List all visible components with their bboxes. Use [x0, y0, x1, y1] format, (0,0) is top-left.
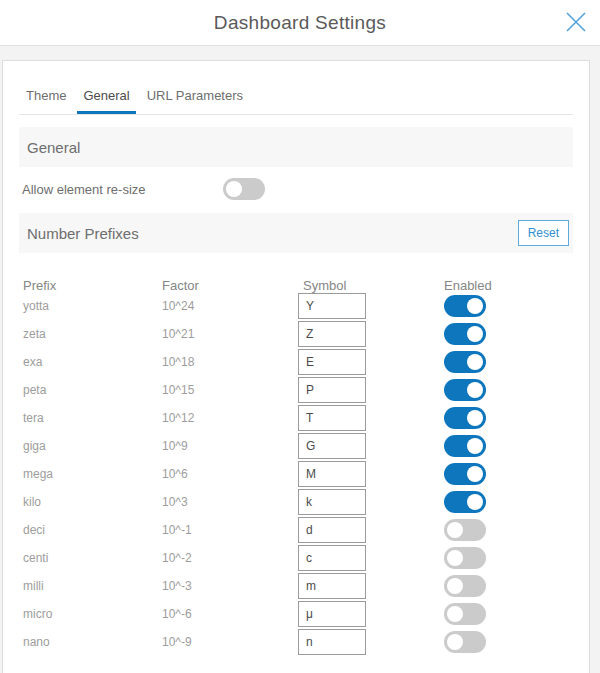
enabled-toggle[interactable] — [444, 491, 486, 513]
table-row: deci 10^-1 — [19, 517, 573, 545]
dialog-title: Dashboard Settings — [0, 0, 600, 45]
prefix-cell: exa — [23, 349, 162, 375]
symbol-input[interactable] — [298, 489, 366, 515]
table-row: yotta 10^24 — [19, 293, 573, 321]
factor-cell: 10^18 — [162, 349, 298, 375]
table-row: mega 10^6 — [19, 461, 573, 489]
prefix-cell: peta — [23, 377, 162, 403]
prefix-cell: yotta — [23, 293, 162, 319]
close-icon — [565, 11, 587, 33]
table-row: zeta 10^21 — [19, 321, 573, 349]
general-section-title: General — [27, 139, 80, 156]
factor-cell: 10^6 — [162, 461, 298, 487]
prefix-cell: giga — [23, 433, 162, 459]
enabled-toggle[interactable] — [444, 603, 486, 625]
factor-cell: 10^9 — [162, 433, 298, 459]
symbol-input[interactable] — [298, 601, 366, 627]
enabled-toggle[interactable] — [444, 631, 486, 653]
table-row: exa 10^18 — [19, 349, 573, 377]
number-prefixes-section-title: Number Prefixes — [27, 225, 139, 242]
prefix-cell: zeta — [23, 321, 162, 347]
settings-panel: Theme General URL Parameters General All… — [2, 60, 590, 673]
prefix-table-header: Prefix Factor Symbol Enabled — [19, 278, 573, 293]
allow-resize-label: Allow element re-size — [22, 182, 223, 197]
factor-cell: 10^15 — [162, 377, 298, 403]
enabled-toggle[interactable] — [444, 351, 486, 373]
enabled-toggle[interactable] — [444, 379, 486, 401]
table-row: centi 10^-2 — [19, 545, 573, 573]
enabled-toggle[interactable] — [444, 323, 486, 345]
prefix-cell: milli — [23, 573, 162, 599]
prefix-cell: nano — [23, 629, 162, 655]
enabled-toggle[interactable] — [444, 295, 486, 317]
symbol-input[interactable] — [298, 377, 366, 403]
prefix-cell: micro — [23, 601, 162, 627]
factor-cell: 10^12 — [162, 405, 298, 431]
prefix-cell: centi — [23, 545, 162, 571]
table-row: nano 10^-9 — [19, 629, 573, 657]
number-prefixes-section-header: Number Prefixes Reset — [19, 213, 573, 253]
table-row: micro 10^-6 — [19, 601, 573, 629]
factor-cell: 10^-9 — [162, 629, 298, 655]
symbol-input[interactable] — [298, 405, 366, 431]
table-row: milli 10^-3 — [19, 573, 573, 601]
factor-cell: 10^21 — [162, 321, 298, 347]
factor-cell: 10^-2 — [162, 545, 298, 571]
enabled-toggle[interactable] — [444, 407, 486, 429]
column-header-factor: Factor — [162, 278, 298, 293]
symbol-input[interactable] — [298, 293, 366, 319]
allow-resize-toggle[interactable] — [223, 178, 265, 200]
tab-url-parameters[interactable]: URL Parameters — [141, 87, 249, 114]
symbol-input[interactable] — [298, 517, 366, 543]
factor-cell: 10^-6 — [162, 601, 298, 627]
prefix-cell: mega — [23, 461, 162, 487]
column-header-symbol: Symbol — [298, 278, 444, 293]
table-row: tera 10^12 — [19, 405, 573, 433]
prefix-cell: kilo — [23, 489, 162, 515]
factor-cell: 10^-3 — [162, 573, 298, 599]
tab-divider — [19, 114, 573, 115]
prefix-table-body: yotta 10^24 zeta 10^21 exa 10^18 peta 10… — [19, 293, 573, 657]
symbol-input[interactable] — [298, 461, 366, 487]
enabled-toggle[interactable] — [444, 547, 486, 569]
symbol-input[interactable] — [298, 545, 366, 571]
allow-resize-row: Allow element re-size — [19, 177, 573, 201]
factor-cell: 10^3 — [162, 489, 298, 515]
enabled-toggle[interactable] — [444, 519, 486, 541]
enabled-toggle[interactable] — [444, 435, 486, 457]
dialog-header: Dashboard Settings — [0, 0, 600, 46]
tab-theme[interactable]: Theme — [20, 87, 72, 114]
enabled-toggle[interactable] — [444, 575, 486, 597]
prefix-cell: tera — [23, 405, 162, 431]
symbol-input[interactable] — [298, 433, 366, 459]
symbol-input[interactable] — [298, 321, 366, 347]
reset-button[interactable]: Reset — [518, 220, 569, 246]
table-row: peta 10^15 — [19, 377, 573, 405]
dialog-body: Theme General URL Parameters General All… — [0, 46, 600, 673]
column-header-prefix: Prefix — [23, 278, 162, 293]
enabled-toggle[interactable] — [444, 463, 486, 485]
column-header-enabled: Enabled — [444, 278, 573, 293]
symbol-input[interactable] — [298, 629, 366, 655]
tab-general[interactable]: General — [77, 87, 135, 114]
general-section-header: General — [19, 127, 573, 167]
close-button[interactable] — [565, 11, 587, 33]
table-row: giga 10^9 — [19, 433, 573, 461]
symbol-input[interactable] — [298, 349, 366, 375]
tab-bar: Theme General URL Parameters — [20, 87, 573, 114]
factor-cell: 10^-1 — [162, 517, 298, 543]
prefix-cell: deci — [23, 517, 162, 543]
factor-cell: 10^24 — [162, 293, 298, 319]
symbol-input[interactable] — [298, 573, 366, 599]
table-row: kilo 10^3 — [19, 489, 573, 517]
